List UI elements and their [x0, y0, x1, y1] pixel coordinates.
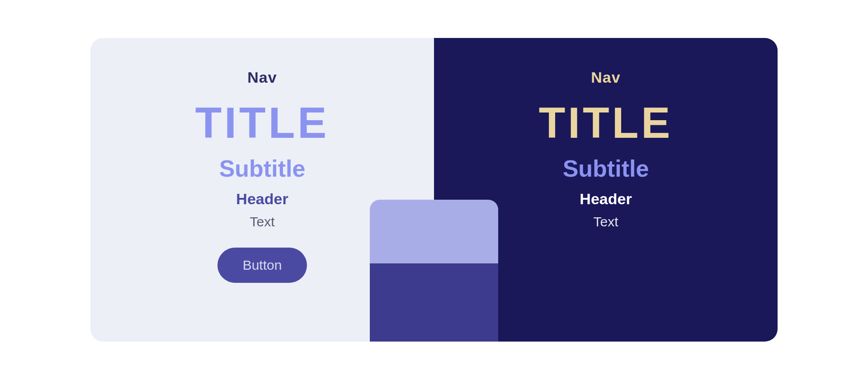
- style-guide-container: Nav TITLE Subtitle Header Text Button Na…: [90, 38, 778, 342]
- text-dark: Text: [593, 214, 618, 230]
- card-body-placeholder: [370, 263, 498, 342]
- header-light: Header: [236, 190, 288, 208]
- title-light: TITLE: [195, 98, 330, 148]
- header-dark: Header: [580, 190, 632, 208]
- card-image-placeholder: [370, 200, 498, 263]
- nav-label-dark: Nav: [591, 69, 620, 86]
- subtitle-dark: Subtitle: [563, 155, 649, 182]
- title-dark: TITLE: [539, 98, 673, 148]
- sample-card: [370, 200, 498, 342]
- subtitle-light: Subtitle: [219, 155, 306, 182]
- nav-label-light: Nav: [247, 69, 277, 86]
- primary-button[interactable]: Button: [217, 248, 307, 283]
- text-light: Text: [250, 214, 274, 230]
